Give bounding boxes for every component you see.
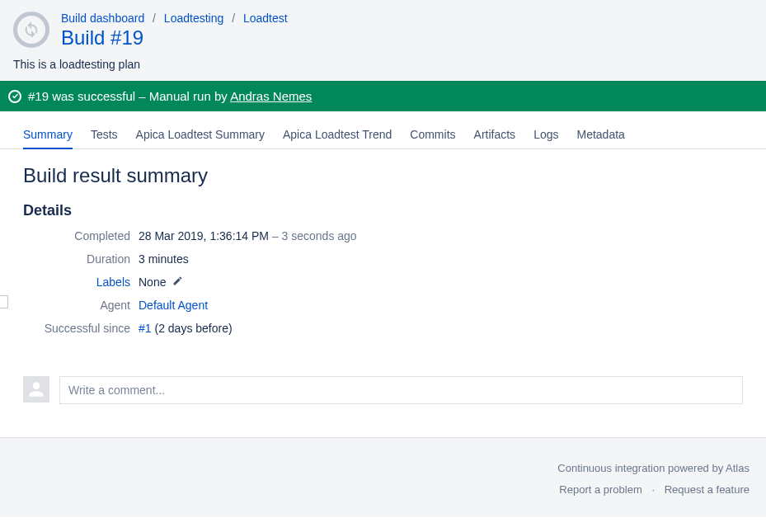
comment-row xyxy=(23,376,743,404)
label-duration: Duration xyxy=(23,252,130,266)
tab-metadata[interactable]: Metadata xyxy=(576,128,624,148)
section-heading: Build result summary xyxy=(23,164,743,187)
tab-commits[interactable]: Commits xyxy=(410,128,455,148)
value-completed: 28 Mar 2019, 1:36:14 PM – 3 seconds ago xyxy=(139,229,743,242)
page-title[interactable]: Build #19 xyxy=(61,26,288,49)
label-labels[interactable]: Labels xyxy=(23,275,130,289)
edit-labels-icon[interactable] xyxy=(172,275,183,289)
label-agent: Agent xyxy=(23,299,130,312)
tab-summary[interactable]: Summary xyxy=(23,128,73,149)
sidebar-expand-handle[interactable] xyxy=(0,295,8,308)
breadcrumb-link-2[interactable]: Loadtesting xyxy=(164,12,223,25)
tab-artifacts[interactable]: Artifacts xyxy=(474,128,516,148)
details-heading: Details xyxy=(23,202,743,219)
build-status-icon xyxy=(13,12,49,48)
footer-report-link[interactable]: Report a problem xyxy=(559,483,641,496)
footer: Continuous integration powered by Atlas … xyxy=(0,437,766,517)
banner-build-text: #19 was successful xyxy=(28,89,135,103)
label-successful-since: Successful since xyxy=(23,322,130,335)
comment-input[interactable] xyxy=(59,376,743,404)
plan-description: This is a loadtesting plan xyxy=(13,58,753,71)
details-grid: Completed 28 Mar 2019, 1:36:14 PM – 3 se… xyxy=(23,229,743,335)
breadcrumb: Build dashboard / Loadtesting / Loadtest xyxy=(61,12,288,25)
tab-bar: Summary Tests Apica Loadtest Summary Api… xyxy=(0,111,766,149)
tab-apica-trend[interactable]: Apica Loadtest Trend xyxy=(283,128,392,148)
breadcrumb-link-3[interactable]: Loadtest xyxy=(243,12,288,25)
value-labels: None xyxy=(139,275,743,289)
value-successful-since: #1 (2 days before) xyxy=(139,322,743,335)
banner-middle-text: – Manual run by xyxy=(135,89,230,103)
header: Build dashboard / Loadtesting / Loadtest… xyxy=(0,0,766,81)
tab-tests[interactable]: Tests xyxy=(91,128,118,148)
since-build-link[interactable]: #1 xyxy=(139,322,152,335)
tab-apica-summary[interactable]: Apica Loadtest Summary xyxy=(136,128,265,148)
footer-powered: Continuous integration powered by Atlas xyxy=(557,462,750,474)
tab-logs[interactable]: Logs xyxy=(533,128,558,148)
build-status-banner: #19 was successful – Manual run by Andra… xyxy=(0,81,766,111)
agent-link[interactable]: Default Agent xyxy=(139,299,208,312)
footer-request-link[interactable]: Request a feature xyxy=(665,483,750,496)
breadcrumb-link-1[interactable]: Build dashboard xyxy=(61,12,144,25)
content-area: Build result summary Details Completed 2… xyxy=(0,149,766,437)
label-completed: Completed xyxy=(23,229,130,242)
avatar xyxy=(23,376,49,403)
value-duration: 3 minutes xyxy=(139,252,743,266)
success-check-icon xyxy=(8,90,21,103)
value-agent: Default Agent xyxy=(139,299,743,312)
banner-user-link[interactable]: Andras Nemes xyxy=(230,89,312,103)
